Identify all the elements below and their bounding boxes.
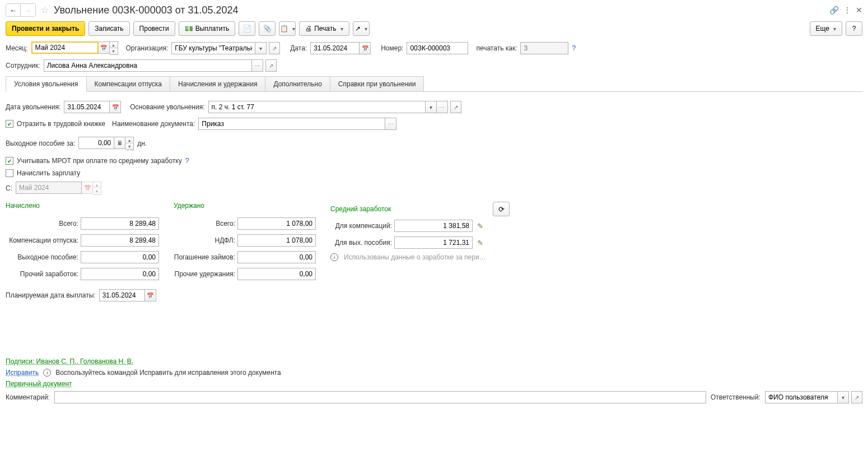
accrued-vacation-input[interactable] (81, 234, 159, 247)
basis-select-icon[interactable]: ⋯ (437, 101, 448, 113)
signatures-link[interactable]: Подписи: Иванов С. П., Голованова Н. В. (6, 357, 133, 365)
print-button[interactable]: 🖨Печать (299, 21, 349, 36)
save-button[interactable]: Записать (88, 21, 129, 36)
withheld-loans-input[interactable] (237, 251, 316, 263)
attach-button[interactable]: 📎 (259, 21, 276, 36)
primary-doc-link[interactable]: Первичный документ (6, 380, 72, 388)
from-calendar-icon: 📅 (82, 182, 93, 194)
fix-info-icon[interactable]: i (43, 369, 51, 377)
employee-select-icon[interactable]: ⋯ (252, 59, 263, 72)
refresh-button[interactable]: ⟳ (493, 202, 510, 216)
accrued-vacation-label: Компенсации отпуска: (6, 236, 78, 244)
date-input[interactable] (310, 42, 360, 54)
from-label: С: (6, 184, 12, 192)
planned-date-input[interactable] (99, 289, 145, 301)
employee-input[interactable] (44, 59, 252, 72)
avg-comp-edit-icon[interactable]: ✎ (477, 222, 483, 230)
workbook-label: Отразить в трудовой книжке (17, 120, 105, 128)
dismissal-date-input[interactable] (64, 101, 110, 113)
date-calendar-icon[interactable]: 📅 (360, 42, 371, 54)
accrued-total-input[interactable] (81, 217, 159, 230)
create-based-button[interactable]: 📄 (239, 21, 255, 36)
tab-conditions[interactable]: Условия увольнения (6, 76, 87, 92)
tab-vacation-comp[interactable]: Компенсации отпуска (86, 76, 170, 91)
withheld-total-label: Всего: (174, 220, 235, 227)
month-up[interactable]: ▲ (110, 42, 118, 48)
accrued-header: Начислено (6, 202, 162, 210)
info-icon[interactable]: i (330, 253, 338, 261)
doc-name-input[interactable] (198, 118, 385, 130)
mrot-help-icon[interactable]: ? (185, 157, 189, 165)
print-as-help-icon[interactable]: ? (572, 44, 576, 52)
withheld-ndfl-input[interactable] (237, 234, 316, 247)
severance-up[interactable]: ▲ (125, 137, 133, 143)
month-down[interactable]: ▼ (110, 48, 118, 54)
withheld-other-label: Прочие удержания: (174, 270, 235, 278)
org-open-icon[interactable]: ↗ (269, 42, 280, 54)
help-button[interactable]: ? (846, 21, 862, 36)
calc-salary-checkbox[interactable] (6, 169, 13, 177)
more-button[interactable]: Еще (810, 21, 842, 36)
calc-salary-label: Начислить зарплату (17, 169, 80, 177)
avg-sev-input[interactable] (394, 236, 473, 249)
severance-calc-icon[interactable]: 🖩 (114, 137, 125, 149)
pay-button[interactable]: 💵Выплатить (179, 21, 236, 36)
close-icon[interactable]: ✕ (856, 6, 862, 15)
basis-input[interactable] (208, 101, 426, 113)
tab-accruals[interactable]: Начисления и удержания (170, 76, 265, 91)
accrued-severance-label: Выходное пособие: (6, 253, 78, 261)
withheld-other-input[interactable] (237, 268, 316, 280)
avg-sev-edit-icon[interactable]: ✎ (477, 239, 483, 247)
avg-comp-input[interactable] (394, 220, 473, 232)
dismissal-date-calendar-icon[interactable]: 📅 (110, 101, 121, 113)
responsible-input[interactable] (765, 391, 838, 403)
accrued-total-label: Всего: (6, 220, 78, 227)
workbook-checkbox[interactable] (6, 120, 13, 128)
severance-label: Выходное пособие за: (6, 140, 75, 147)
forward-button[interactable]: → (21, 4, 35, 16)
withheld-total-input[interactable] (237, 217, 316, 230)
doc-name-select-icon[interactable]: ⋯ (385, 118, 396, 130)
severance-down[interactable]: ▼ (125, 143, 133, 150)
extra-button[interactable]: ↗ (353, 21, 370, 36)
dismissal-date-label: Дата увольнения: (6, 103, 60, 111)
basis-open-icon[interactable]: ↗ (450, 101, 461, 113)
print-as-input[interactable] (520, 42, 568, 54)
responsible-label: Ответственный: (711, 393, 760, 401)
severance-unit: дн. (137, 140, 147, 147)
avg-header: Средний заработок (330, 205, 391, 213)
accrued-severance-input[interactable] (81, 251, 159, 263)
org-input[interactable] (171, 42, 255, 54)
month-input[interactable] (31, 41, 99, 54)
link-icon[interactable]: 🔗 (829, 6, 839, 15)
accrued-other-label: Прочий заработок: (6, 270, 78, 278)
responsible-open-icon[interactable]: ↗ (851, 391, 862, 403)
employee-open-icon[interactable]: ↗ (265, 59, 277, 72)
back-button[interactable]: ← (6, 4, 21, 16)
fix-hint: Воспользуйтесь командой Исправить для ис… (55, 369, 281, 377)
calendar-icon[interactable]: 📅 (99, 41, 110, 54)
org-dropdown-icon[interactable]: ▾ (255, 42, 267, 54)
number-label: Номер: (381, 44, 403, 52)
from-input (16, 182, 82, 194)
related-button[interactable]: 📋 (279, 21, 296, 36)
accrued-other-input[interactable] (81, 268, 159, 280)
mrot-checkbox[interactable] (6, 157, 13, 165)
menu-icon[interactable]: ⋮ (843, 6, 851, 15)
planned-date-calendar-icon[interactable]: 📅 (145, 289, 156, 301)
basis-dropdown-icon[interactable]: ▾ (426, 101, 437, 113)
comment-input[interactable] (54, 391, 706, 403)
responsible-dropdown-icon[interactable]: ▾ (838, 391, 849, 403)
severance-input[interactable] (78, 137, 114, 149)
comment-label: Комментарий: (6, 393, 50, 401)
favorite-icon[interactable]: ☆ (40, 4, 49, 16)
process-close-button[interactable]: Провести и закрыть (6, 21, 85, 36)
tab-certificates[interactable]: Справки при увольнении (330, 76, 424, 91)
planned-date-label: Планируемая дата выплаты: (6, 291, 96, 299)
from-up: ▲ (93, 182, 101, 188)
avg-comp-label: Для компенсаций: (330, 222, 392, 230)
number-input[interactable] (407, 42, 468, 54)
process-button[interactable]: Провести (133, 21, 175, 36)
tab-additional[interactable]: Дополнительно (265, 76, 330, 91)
fix-link[interactable]: Исправить (6, 369, 39, 377)
